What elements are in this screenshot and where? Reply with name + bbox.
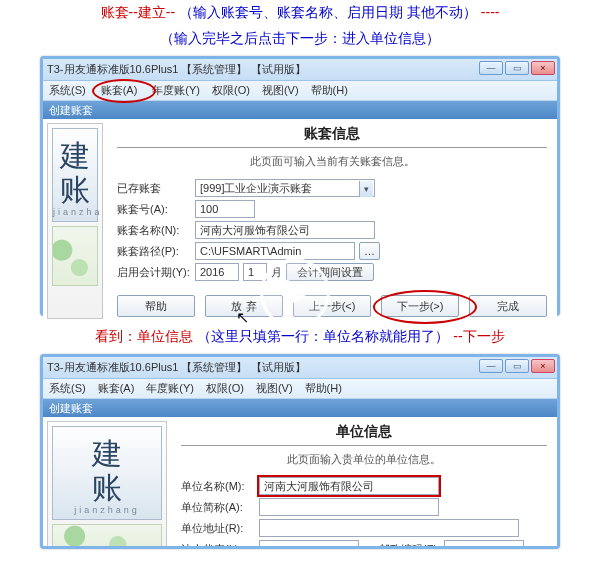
unit-name-input[interactable]: 河南大河服饰有限公司 [259,477,439,495]
close-button-2[interactable]: × [531,359,555,373]
wizard-sidebar: 建 账 jianzhang [47,123,103,319]
sidebar-pinyin: jianzhang [53,207,97,217]
form-area-2: 单位信息 此页面输入贵单位的单位信息。 单位名称(M): 河南大河服饰有限公司 … [171,417,557,549]
month-suffix: 月 [271,265,282,280]
prev-button[interactable]: 上一步(<) [293,295,371,317]
form-area: 账套信息 此页面可输入当前有关账套信息。 已存账套 [999]工业企业演示账套 … [107,119,557,323]
menu-help[interactable]: 帮助(H) [311,83,348,98]
menu-zhangtao-2[interactable]: 账套(A) [98,381,135,396]
next-button[interactable]: 下一步(>) [381,295,459,317]
window-step2: T3-用友通标准版10.6Plus1 【系统管理】 【试用版】 — ▭ × 系统… [40,354,560,549]
finish-button[interactable]: 完成 [469,295,547,317]
anno1-detail: （输入账套号、账套名称、启用日期 其他不动） [179,4,477,20]
unit-short-input[interactable] [259,498,439,516]
section-hint: 此页面可输入当前有关账套信息。 [117,154,547,169]
window-title: T3-用友通标准版10.6Plus1 【系统管理】 【试用版】 [47,62,306,77]
anno2-prefix: 看到：单位信息 [95,328,193,344]
minimize-button-2[interactable]: — [479,359,503,373]
menu-help-2[interactable]: 帮助(H) [305,381,342,396]
legal-input[interactable] [259,540,359,549]
menu-shitu[interactable]: 视图(V) [262,83,299,98]
menubar-2: 系统(S) 账套(A) 年度账(Y) 权限(O) 视图(V) 帮助(H) [43,379,557,399]
browse-button[interactable]: … [359,242,380,260]
section-title-2: 单位信息 [181,423,547,446]
sidebar-pinyin-2: jianzhang [53,505,161,515]
start-month-input[interactable]: 1 [243,263,267,281]
account-path-input[interactable]: C:\UFSMART\Admin [195,242,355,260]
close-button[interactable]: × [531,61,555,75]
annotation-step1b: （输入完毕之后点击下一步：进入单位信息） [0,26,600,52]
label-account-path: 账套路径(P): [117,244,195,259]
unit-addr-input[interactable] [259,519,519,537]
annotation-step2: 看到：单位信息 （这里只填第一行：单位名称就能用了） --下一步 [0,324,600,350]
menu-quanxian-2[interactable]: 权限(O) [206,381,244,396]
window-title-2: T3-用友通标准版10.6Plus1 【系统管理】 【试用版】 [47,360,306,375]
menu-niandu-2[interactable]: 年度账(Y) [146,381,194,396]
annotation-step1: 账套--建立-- （输入账套号、账套名称、启用日期 其他不动） ---- [0,0,600,26]
sidebar-decor-2 [52,524,162,549]
period-setting-button[interactable]: 会计期间设置 [286,263,374,281]
menu-zhangtao[interactable]: 账套(A) [98,83,141,98]
menu-system-2[interactable]: 系统(S) [49,381,86,396]
wizard-button-row: 帮助 放 弃 上一步(<) 下一步(>) 完成 [117,295,547,317]
help-button[interactable]: 帮助 [117,295,195,317]
sidebar-glyph-1b: 建 [53,437,161,471]
label-existing: 已存账套 [117,181,195,196]
wizard-sidebar-2: 建 账 jianzhang [47,421,167,549]
label-unit-addr: 单位地址(R): [181,521,259,536]
existing-account-select[interactable]: [999]工业企业演示账套 ▾ [195,179,375,197]
label-zip: 邮政编码(Z): [379,542,440,550]
section-title: 账套信息 [117,125,547,148]
label-unit-short: 单位简称(A): [181,500,259,515]
abort-button[interactable]: 放 弃 [205,295,283,317]
start-year-input[interactable]: 2016 [195,263,239,281]
zip-input[interactable] [444,540,524,549]
anno1-suffix: ---- [481,4,500,20]
window-step1: T3-用友通标准版10.6Plus1 【系统管理】 【试用版】 — ▭ × 系统… [40,56,560,316]
label-account-name: 账套名称(N): [117,223,195,238]
label-account-id: 账套号(A): [117,202,195,217]
wizard-subtitle-2: 创建账套 [43,399,557,417]
existing-account-value: [999]工业企业演示账套 [200,182,312,194]
sidebar-glyph-2b: 账 [53,471,161,505]
menu-quanxian[interactable]: 权限(O) [212,83,250,98]
wizard-subtitle: 创建账套 [43,101,557,119]
anno2-detail: （这里只填第一行：单位名称就能用了） [197,328,449,344]
menu-niandu[interactable]: 年度账(Y) [152,83,200,98]
sidebar-glyph-1: 建 [53,139,97,173]
menu-system[interactable]: 系统(S) [49,83,86,98]
sidebar-decor [52,226,98,286]
titlebar-2[interactable]: T3-用友通标准版10.6Plus1 【系统管理】 【试用版】 — ▭ × [43,357,557,379]
chevron-down-icon[interactable]: ▾ [359,181,373,197]
anno2-suffix: --下一步 [453,328,504,344]
label-legal: 法人代表(L): [181,542,259,550]
label-unit-name: 单位名称(M): [181,479,259,494]
maximize-button-2[interactable]: ▭ [505,359,529,373]
minimize-button[interactable]: — [479,61,503,75]
section-hint-2: 此页面输入贵单位的单位信息。 [181,452,547,467]
account-id-input[interactable]: 100 [195,200,255,218]
titlebar[interactable]: T3-用友通标准版10.6Plus1 【系统管理】 【试用版】 — ▭ × [43,59,557,81]
maximize-button[interactable]: ▭ [505,61,529,75]
anno1-prefix: 账套--建立-- [101,4,176,20]
label-start-period: 启用会计期(Y): [117,265,195,280]
sidebar-glyph-2: 账 [53,173,97,207]
menubar: 系统(S) 账套(A) 年度账(Y) 权限(O) 视图(V) 帮助(H) [43,81,557,101]
menu-shitu-2[interactable]: 视图(V) [256,381,293,396]
account-name-input[interactable]: 河南大河服饰有限公司 [195,221,375,239]
